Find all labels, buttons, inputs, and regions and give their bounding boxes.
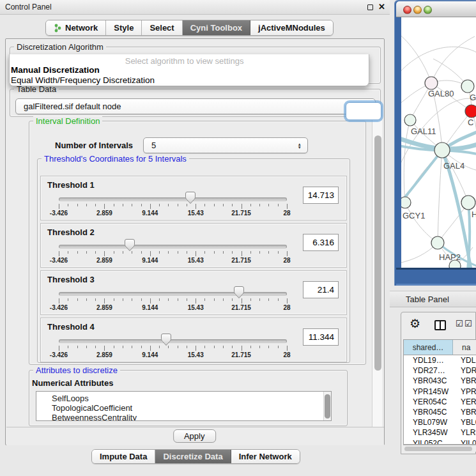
minor-tick: [77, 298, 78, 301]
threshold-value-field[interactable]: 14.713: [303, 187, 339, 204]
numerical-attributes-listbox[interactable]: SelfLoopsTopologicalCoefficientBetweenne…: [36, 391, 332, 421]
shared-name-cell: YPR145W: [404, 387, 453, 397]
major-tick: [59, 298, 59, 303]
tick-label: 9.144: [142, 210, 158, 217]
minor-tick: [178, 298, 178, 301]
table-row[interactable]: YLR345WYLR3: [404, 427, 476, 438]
table-horizontal-scrollbar-thumb[interactable]: [404, 447, 472, 451]
number-of-intervals-combobox[interactable]: 5 ▲▼: [143, 137, 308, 153]
control-panel-title: Control Panel: [0, 3, 52, 12]
minor-tick: [223, 346, 224, 348]
table-row[interactable]: YBR043CYBR0: [404, 376, 476, 386]
algorithm-option-equal-width[interactable]: Equal Width/Frequency Discretization: [11, 75, 155, 85]
network-node-gal11[interactable]: [404, 114, 416, 126]
threshold-slider-track[interactable]: [59, 292, 287, 296]
threshold-panel-3: Threshold 3-3.4262.8599.14415.4321.71528…: [40, 270, 347, 315]
checkbox-checked-icon[interactable]: ☑: [464, 319, 472, 328]
threshold-slider-thumb[interactable]: [125, 239, 135, 252]
close-traffic-light-icon[interactable]: [403, 6, 411, 14]
algorithm-option-manual[interactable]: Manual Discretization: [11, 65, 100, 75]
threshold-value-field[interactable]: 6.316: [303, 234, 339, 251]
minor-tick: [204, 251, 205, 254]
network-node-c[interactable]: [465, 105, 476, 118]
major-tick: [242, 204, 242, 209]
tick-label: 2.859: [96, 210, 112, 217]
table-row[interactable]: YPR145WYPR1: [404, 387, 476, 397]
threshold-slider-track[interactable]: [59, 245, 287, 249]
name-cell: YLR3: [453, 427, 476, 438]
gear-icon[interactable]: ⚙: [410, 318, 420, 330]
tab-style[interactable]: Style: [106, 20, 142, 35]
tab-label: Network: [65, 23, 98, 33]
columns-icon[interactable]: [434, 320, 446, 330]
minor-tick: [214, 251, 215, 254]
tab-network[interactable]: Network: [46, 20, 106, 35]
attribute-list-item[interactable]: BetweennessCentrality: [36, 413, 331, 421]
tick-label: 9.144: [142, 351, 158, 358]
major-tick: [196, 346, 196, 351]
network-node-gcy1[interactable]: [401, 197, 411, 208]
threshold-value-field[interactable]: 21.4: [303, 281, 339, 298]
table-data-combobox[interactable]: galFiltered.sif default node ▲▼: [15, 98, 376, 114]
table-row[interactable]: YIL052CYIL0: [404, 438, 476, 445]
tab-impute-data[interactable]: Impute Data: [92, 450, 155, 463]
threshold-panel-4: Threshold 4-3.4262.8599.14415.4321.71528…: [40, 318, 347, 362]
attribute-list-item[interactable]: TopologicalCoefficient: [36, 403, 331, 413]
table-horizontal-scrollbar[interactable]: [403, 445, 476, 452]
tick-label: 21.715: [231, 304, 251, 311]
combo-stepper-icon[interactable]: ▲▼: [298, 142, 302, 149]
threshold-value-field[interactable]: 11.344: [303, 328, 339, 346]
network-node-ga[interactable]: [461, 80, 474, 93]
minimize-traffic-light-icon[interactable]: [413, 6, 422, 14]
panel-scrollbar[interactable]: [372, 120, 382, 427]
minor-tick: [250, 298, 251, 301]
tab-cyni-toolbox[interactable]: Cyni Toolbox: [183, 20, 250, 35]
threshold-slider-thumb[interactable]: [234, 286, 244, 299]
column-header-name[interactable]: na: [453, 340, 476, 355]
network-node-gal80[interactable]: [425, 77, 438, 89]
table-row[interactable]: YBL079WYBL0: [404, 417, 476, 427]
tab-label: jActiveMNodules: [258, 23, 325, 33]
checkbox-checked-icon[interactable]: ☑: [456, 319, 463, 328]
apply-button[interactable]: Apply: [173, 429, 216, 443]
network-canvas[interactable]: GAL80GACGAL11GAL4GCY1HHAP2: [401, 17, 476, 268]
minor-tick: [250, 251, 251, 254]
panel-scrollbar-thumb[interactable]: [374, 135, 381, 371]
table-row[interactable]: YBR045CYBR0: [404, 407, 476, 417]
major-tick: [150, 298, 151, 303]
attribute-list-item[interactable]: SelfLoops: [36, 394, 331, 403]
network-node-h[interactable]: [461, 196, 475, 210]
threshold-slider-track[interactable]: [59, 339, 287, 343]
table-row[interactable]: YER054CYER0: [404, 397, 476, 407]
tick-label: 15.43: [188, 351, 204, 358]
name-cell: YIL0: [453, 438, 476, 445]
column-header-shared-name[interactable]: shared…: [404, 340, 453, 355]
threshold-slider-thumb[interactable]: [185, 192, 196, 204]
threshold-slider-track[interactable]: [59, 197, 287, 201]
tab-jactivemnodules[interactable]: jActiveMNodules: [250, 20, 333, 35]
tab-discretize-data[interactable]: Discretize Data: [155, 450, 231, 463]
minor-tick: [95, 204, 96, 206]
shared-name-cell: YIL052C: [404, 438, 453, 445]
float-window-icon[interactable]: [367, 4, 373, 10]
threshold-slider-thumb[interactable]: [161, 334, 171, 346]
network-node-gal4[interactable]: [434, 142, 450, 158]
tab-select[interactable]: Select: [142, 20, 182, 35]
name-cell: YBL0: [453, 417, 476, 427]
network-node-hap2[interactable]: [431, 236, 444, 249]
minor-tick: [223, 251, 224, 254]
table-row[interactable]: YDL19…YDL1: [404, 355, 476, 365]
listbox-scrollbar[interactable]: [323, 392, 331, 420]
major-tick: [287, 346, 288, 351]
close-icon[interactable]: ✕: [378, 2, 385, 12]
numerical-attributes-label: Numerical Attributes: [32, 378, 113, 388]
algorithm-combobox[interactable]: [346, 102, 381, 120]
minor-tick: [95, 251, 96, 254]
tab-infer-network[interactable]: Infer Network: [231, 450, 300, 463]
minor-tick: [259, 204, 260, 206]
network-node[interactable]: [449, 260, 461, 268]
zoom-traffic-light-icon[interactable]: [424, 6, 432, 14]
table-row[interactable]: YDR27…YDR2: [404, 365, 476, 376]
bottom-tab-bar: Impute DataDiscretize DataInfer Network: [91, 449, 300, 464]
minor-tick: [141, 204, 142, 206]
